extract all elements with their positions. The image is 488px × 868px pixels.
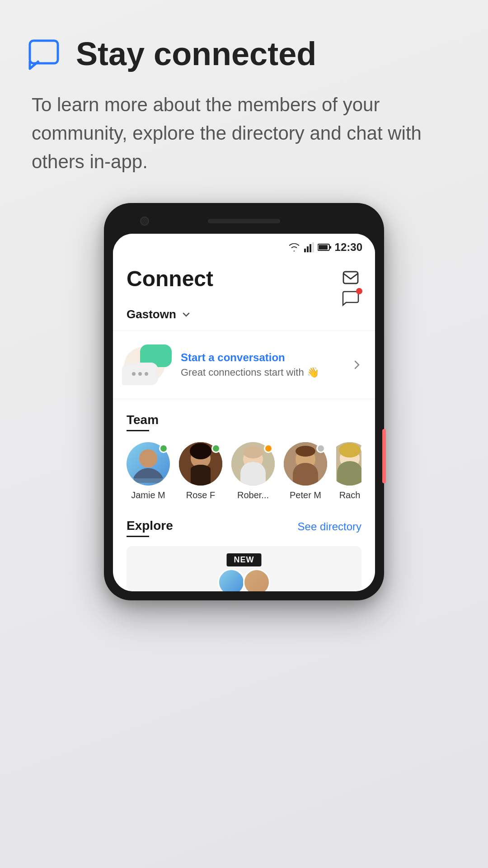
conversation-illustration [122,344,172,385]
app-header: Connect [113,257,375,300]
member-name: Jamie M [131,490,165,500]
svg-point-14 [190,443,211,459]
scroll-indicator [382,429,386,483]
member-name: Rober... [237,490,269,500]
wifi-icon [288,242,300,252]
svg-point-17 [243,446,263,458]
status-icons: 12:30 [288,241,362,254]
phone-mockup: 12:30 Connect [27,203,461,600]
svg-rect-2 [307,246,309,252]
svg-rect-9 [343,272,358,283]
explore-header: Explore See directory [127,519,361,533]
explore-underline [127,536,149,537]
phone-speaker [208,219,280,223]
team-header: Team [127,413,361,427]
avatar [179,442,222,486]
avatar [231,442,275,486]
avatar [284,442,327,486]
see-directory-link[interactable]: See directory [298,520,361,533]
header-section: Stay connected [27,36,461,72]
list-item[interactable]: Rober... [231,442,275,500]
status-bar: 12:30 [113,234,375,257]
notification-dot [356,288,362,294]
conversation-subtitle: Great connections start with 👋 [181,367,343,378]
battery-icon [318,243,331,251]
subtitle-text: To learn more about the members of your … [27,90,461,176]
svg-rect-6 [319,245,328,250]
avatar [336,442,361,486]
svg-rect-3 [310,244,311,252]
svg-point-11 [139,449,157,467]
svg-rect-1 [304,249,306,252]
list-item[interactable]: Jamie M [127,442,170,500]
phone-camera [140,217,149,226]
grey-bubble [122,363,158,385]
page-title: Stay connected [76,36,316,72]
status-indicator [211,444,221,453]
team-section: Team [113,399,375,509]
member-name: Rose F [186,490,215,500]
chevron-right-icon [352,359,361,370]
explore-section-title: Explore [127,519,173,533]
explore-section: Explore See directory NEW [113,509,375,591]
list-item[interactable]: Rose F [179,442,222,500]
status-time: 12:30 [335,241,362,254]
member-name: Peter M [290,490,321,500]
phone-screen: 12:30 Connect [113,234,375,591]
svg-rect-7 [330,246,331,249]
new-badge: NEW [227,553,262,566]
location-selector[interactable]: Gastown [113,300,375,331]
conversation-banner[interactable]: Start a conversation Great connections s… [113,331,375,399]
team-section-title: Team [127,413,159,427]
app-title: Connect [127,266,213,291]
chat-icon [27,36,63,72]
explore-avatars [127,546,361,591]
team-underline [127,430,149,431]
status-indicator [316,444,325,453]
phone-outer: 12:30 Connect [104,203,384,600]
avatar [127,442,170,486]
location-name: Gastown [127,307,176,321]
svg-point-20 [296,446,315,457]
phone-notch [113,212,375,230]
chevron-down-icon [181,309,192,320]
member-name: Rach [339,490,361,500]
status-indicator [159,444,168,453]
svg-point-23 [339,443,361,458]
team-members-list: Jamie M [127,442,361,500]
notification-button[interactable] [342,269,361,289]
status-indicator [264,444,273,453]
conversation-title: Start a conversation [181,351,343,364]
signal-icon [304,242,314,252]
list-item[interactable]: Peter M [284,442,327,500]
page-container: Stay connected To learn more about the m… [0,0,488,868]
svg-rect-0 [30,41,58,63]
list-item[interactable]: Rach [336,442,361,500]
conversation-text: Start a conversation Great connections s… [181,351,343,378]
svg-rect-4 [312,242,314,252]
explore-card[interactable]: NEW [127,546,361,591]
